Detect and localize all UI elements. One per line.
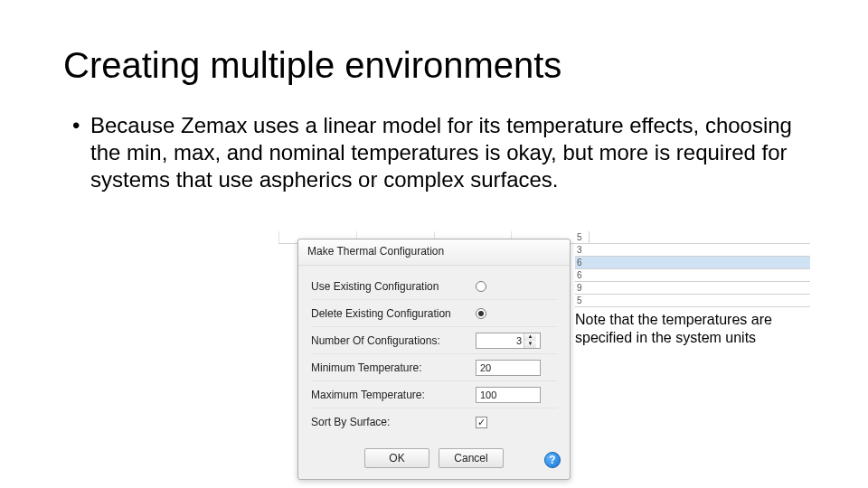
dialog-area: Make Thermal Configuration Use Existing … bbox=[278, 231, 590, 480]
label-sort-surface: Sort By Surface: bbox=[311, 416, 476, 428]
radio-use-existing[interactable] bbox=[476, 281, 486, 292]
spinner-num-configs-value: 3 bbox=[480, 335, 524, 346]
label-max-temp: Maximum Temperature: bbox=[311, 389, 476, 401]
table-edge-row: 6 bbox=[575, 269, 810, 282]
bullet-1: Because Zemax uses a linear model for it… bbox=[63, 112, 805, 193]
dialog-body: Use Existing Configuration Delete Existi… bbox=[298, 266, 570, 439]
input-max-temp-value: 100 bbox=[480, 389, 496, 400]
row-max-temp: Maximum Temperature: 100 bbox=[311, 381, 557, 408]
make-thermal-dialog: Make Thermal Configuration Use Existing … bbox=[297, 239, 571, 480]
slide: Creating multiple environments Because Z… bbox=[0, 0, 868, 488]
input-max-temp[interactable]: 100 bbox=[476, 387, 541, 403]
ok-button[interactable]: OK bbox=[364, 448, 429, 468]
table-edge-row: 3 bbox=[575, 244, 810, 257]
note-text: Note that the temperatures are specified… bbox=[575, 311, 810, 347]
help-icon[interactable]: ? bbox=[544, 452, 561, 468]
label-delete-existing: Delete Existing Configuration bbox=[311, 307, 476, 320]
row-min-temp: Minimum Temperature: 20 bbox=[311, 354, 557, 381]
spin-up-icon[interactable]: ▲ bbox=[524, 333, 536, 341]
row-sort-surface: Sort By Surface: ✓ bbox=[311, 408, 557, 436]
radio-delete-existing[interactable] bbox=[476, 308, 486, 319]
right-column: 5 3 6 6 9 5 Note that the temperatures a… bbox=[575, 231, 810, 347]
spin-down-icon[interactable]: ▼ bbox=[524, 341, 536, 348]
input-min-temp-value: 20 bbox=[480, 362, 491, 373]
input-min-temp[interactable]: 20 bbox=[476, 360, 541, 376]
row-num-configs: Number Of Configurations: 3 ▲ ▼ bbox=[311, 327, 557, 354]
dialog-title: Make Thermal Configuration bbox=[298, 239, 570, 266]
label-num-configs: Number Of Configurations: bbox=[311, 334, 476, 347]
table-edge-row: 5 bbox=[575, 231, 810, 244]
dialog-footer: OK Cancel ? bbox=[298, 439, 570, 479]
label-use-existing: Use Existing Configuration bbox=[311, 280, 476, 293]
checkbox-sort-surface[interactable]: ✓ bbox=[476, 417, 487, 428]
label-min-temp: Minimum Temperature: bbox=[311, 361, 476, 374]
slide-title: Creating multiple environments bbox=[63, 45, 805, 85]
table-edge-row: 6 bbox=[575, 257, 810, 269]
spinner-buttons[interactable]: ▲ ▼ bbox=[524, 333, 536, 348]
cancel-button[interactable]: Cancel bbox=[439, 448, 504, 468]
table-edge-row: 9 bbox=[575, 282, 810, 295]
row-use-existing: Use Existing Configuration bbox=[311, 273, 557, 300]
row-delete-existing: Delete Existing Configuration bbox=[311, 300, 557, 327]
spinner-num-configs[interactable]: 3 ▲ ▼ bbox=[476, 333, 541, 349]
table-edge-row: 5 bbox=[575, 295, 810, 307]
